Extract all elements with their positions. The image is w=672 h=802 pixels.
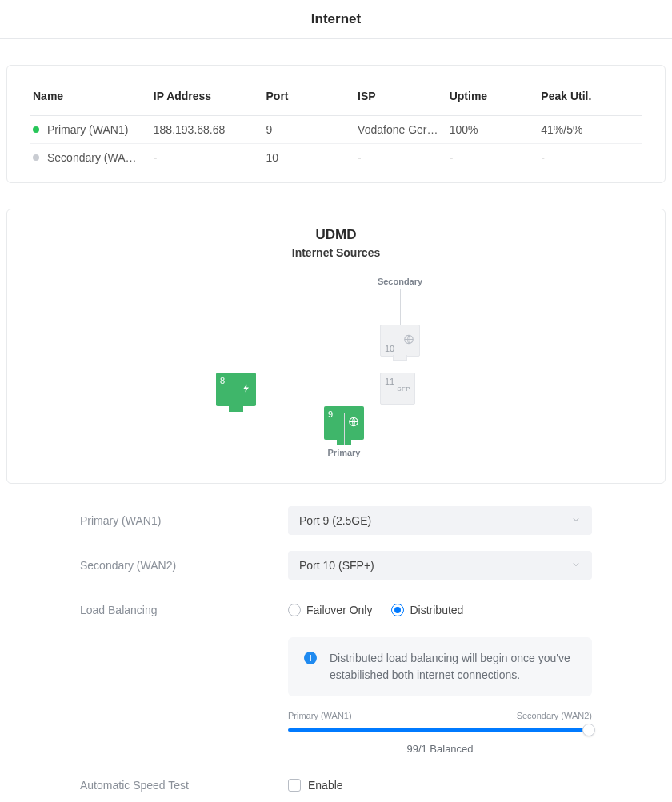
diagram-line	[344, 413, 345, 445]
slider-fill	[288, 728, 589, 732]
wan-table-card: Name IP Address Port ISP Uptime Peak Uti…	[6, 65, 666, 183]
globe-icon	[403, 334, 414, 348]
radio-label: Distributed	[410, 604, 463, 616]
cell-name: Secondary (WA…	[47, 151, 137, 164]
page-header: Internet	[0, 0, 672, 39]
port-diagram: Secondary 10 8 9	[176, 277, 496, 461]
cell-isp: -	[354, 144, 446, 172]
port-number: 8	[220, 376, 225, 385]
col-peak[interactable]: Peak Util.	[538, 82, 642, 116]
table-row[interactable]: Secondary (WA… - 10 - - -	[30, 144, 642, 172]
primary-wan-select[interactable]: Port 9 (2.5GE)	[288, 506, 592, 535]
load-balancing-info: i Distributed load balancing will begin …	[288, 637, 592, 696]
secondary-wan-select[interactable]: Port 10 (SFP+)	[288, 551, 592, 580]
port-10[interactable]: 10	[380, 325, 420, 357]
cell-uptime: 100%	[446, 116, 538, 144]
port-number: 11	[385, 377, 394, 386]
diagram-subtitle: Internet Sources	[7, 246, 665, 259]
col-isp[interactable]: ISP	[354, 82, 446, 116]
cell-peak: 41%/5%	[538, 116, 642, 144]
sfp-label: SFP	[397, 385, 410, 393]
chevron-down-icon	[571, 514, 581, 527]
primary-wan-label: Primary (WAN1)	[80, 506, 288, 527]
enable-checkbox[interactable]	[288, 779, 301, 792]
radio-distributed[interactable]: Distributed	[391, 604, 463, 616]
info-icon: i	[304, 652, 317, 664]
globe-icon	[348, 417, 359, 430]
port-8[interactable]: 8	[216, 373, 256, 406]
enable-checkbox-label: Enable	[308, 779, 343, 792]
slider-left-label: Primary (WAN1)	[288, 711, 352, 720]
chevron-down-icon	[571, 559, 581, 572]
col-ip[interactable]: IP Address	[150, 82, 263, 116]
diagram-card: UDMD Internet Sources Secondary 10 8 9	[6, 209, 666, 484]
page-title: Internet	[0, 11, 672, 27]
primary-wan-value: Port 9 (2.5GE)	[299, 514, 371, 527]
settings-form: Primary (WAN1) Port 9 (2.5GE) Secondary …	[80, 506, 592, 800]
cell-port: 9	[263, 116, 355, 144]
cell-ip: -	[150, 144, 263, 172]
cell-ip: 188.193.68.68	[150, 116, 263, 144]
status-dot-icon	[33, 126, 39, 133]
radio-label: Failover Only	[306, 604, 372, 616]
slider-right-label: Secondary (WAN2)	[517, 711, 592, 720]
table-row[interactable]: Primary (WAN1) 188.193.68.68 9 Vodafone …	[30, 116, 642, 144]
cell-port: 10	[263, 144, 355, 172]
secondary-wan-value: Port 10 (SFP+)	[299, 559, 374, 572]
port-number: 9	[328, 409, 333, 419]
balance-slider[interactable]	[288, 728, 592, 732]
wan-table: Name IP Address Port ISP Uptime Peak Uti…	[30, 82, 642, 171]
secondary-wan-label: Secondary (WAN2)	[80, 551, 288, 572]
col-port[interactable]: Port	[263, 82, 355, 116]
automatic-speed-test-label: Automatic Speed Test	[80, 771, 288, 792]
port-11[interactable]: 11 SFP	[380, 373, 415, 405]
slider-caption: 99/1 Balanced	[288, 743, 592, 755]
info-text: Distributed load balancing will begin on…	[330, 652, 570, 681]
col-uptime[interactable]: Uptime	[446, 82, 538, 116]
load-balancing-label: Load Balancing	[80, 596, 288, 616]
col-name[interactable]: Name	[30, 82, 150, 116]
diagram-line	[400, 289, 401, 325]
device-name: UDMD	[7, 227, 665, 243]
status-dot-icon	[33, 154, 39, 161]
primary-label: Primary	[328, 448, 361, 457]
cell-peak: -	[538, 144, 642, 172]
slider-thumb[interactable]	[582, 724, 595, 736]
cell-isp: Vodafone Ger…	[354, 116, 446, 144]
port-number: 10	[385, 344, 394, 353]
secondary-label: Secondary	[378, 277, 422, 286]
cell-uptime: -	[446, 144, 538, 172]
lightning-icon	[242, 382, 251, 397]
radio-failover-only[interactable]: Failover Only	[288, 604, 372, 616]
cell-name: Primary (WAN1)	[47, 123, 128, 136]
